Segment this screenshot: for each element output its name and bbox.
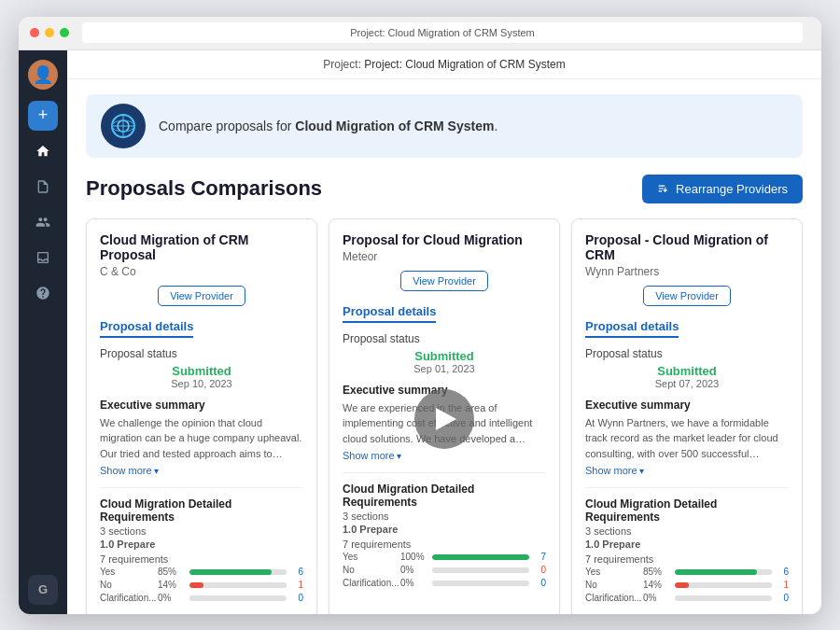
- req-requirements: 7 requirements: [343, 539, 546, 550]
- bar-track: [432, 554, 529, 560]
- card-title: Cloud Migration of CRM Proposal: [100, 232, 303, 262]
- minimize-dot[interactable]: [45, 28, 54, 37]
- address-bar: Project: Cloud Migration of CRM System: [82, 22, 803, 43]
- bar-track: [675, 582, 772, 588]
- exec-summary-text: We challenge the opinion that cloud migr…: [100, 415, 303, 462]
- show-more-link[interactable]: Show more: [343, 450, 401, 461]
- req-item-label: 1.0 Prepare: [343, 524, 546, 535]
- requirements-section: Cloud Migration Detailed Requirements 3 …: [585, 487, 789, 603]
- req-sections: 3 sections: [585, 525, 789, 537]
- proposal-card-1: Proposal for Cloud Migration Meteor View…: [329, 218, 560, 614]
- bar-fill: [189, 582, 203, 588]
- tab-title: Project: Cloud Migration of CRM System: [350, 27, 534, 38]
- rearrange-providers-button[interactable]: Rearrange Providers: [642, 175, 803, 203]
- close-dot[interactable]: [30, 28, 39, 37]
- bar-track: [189, 595, 287, 601]
- bar-track: [189, 582, 287, 588]
- help-icon[interactable]: [28, 278, 58, 308]
- status-date: Sept 07, 2023: [585, 378, 789, 389]
- bar-pct: 0%: [400, 565, 427, 575]
- card-title: Proposal for Cloud Migration: [343, 232, 546, 247]
- bar-track: [432, 581, 529, 586]
- people-icon[interactable]: [28, 207, 58, 237]
- bar-count: 1: [292, 580, 303, 590]
- bar-row: Clarification... 0% 0: [585, 593, 789, 603]
- bar-label: Yes: [100, 567, 152, 577]
- project-name: Project: Cloud Migration of CRM System: [364, 58, 565, 71]
- req-sections: 3 sections: [100, 525, 303, 537]
- home-icon[interactable]: [28, 136, 58, 166]
- inbox-icon[interactable]: [28, 243, 58, 273]
- bar-count: 0: [292, 593, 303, 603]
- card-company: C & Co: [100, 265, 303, 278]
- browser-tab-bar: Project: Cloud Migration of CRM System: [19, 17, 821, 50]
- bar-row: No 14% 1: [585, 580, 789, 590]
- bar-row: Yes 85% 6: [585, 567, 789, 577]
- bar-pct: 0%: [158, 593, 184, 603]
- bar-pct: 0%: [400, 578, 427, 588]
- view-provider-button[interactable]: View Provider: [400, 271, 488, 291]
- bar-pct: 0%: [643, 593, 669, 603]
- exec-summary-label: Executive summary: [585, 399, 789, 412]
- status-value: Submitted: [585, 364, 789, 378]
- bar-row: No 0% 0: [343, 565, 546, 575]
- bar-pct: 14%: [158, 580, 184, 590]
- bar-track: [189, 569, 287, 575]
- status-date: Sep 10, 2023: [100, 378, 303, 389]
- cards-row: Cloud Migration of CRM Proposal C & Co V…: [86, 218, 803, 614]
- video-play-button[interactable]: [414, 389, 474, 449]
- proposal-card-0: Cloud Migration of CRM Proposal C & Co V…: [86, 218, 317, 614]
- bar-row: Yes 100% 7: [343, 552, 546, 562]
- status-value: Submitted: [100, 364, 303, 378]
- bar-label: Yes: [585, 567, 637, 577]
- show-more-link[interactable]: Show more: [585, 465, 644, 476]
- play-icon: [436, 408, 456, 430]
- bar-count: 1: [777, 580, 789, 590]
- bar-count: 6: [777, 567, 789, 577]
- bar-fill: [432, 554, 529, 560]
- bar-label: Clarification...: [585, 593, 637, 603]
- add-button[interactable]: +: [28, 101, 58, 131]
- browser-window: Project: Cloud Migration of CRM System 👤…: [19, 17, 821, 614]
- bar-track: [675, 595, 772, 601]
- req-requirements: 7 requirements: [100, 553, 303, 565]
- view-provider-button[interactable]: View Provider: [158, 286, 245, 306]
- req-item-label: 1.0 Prepare: [100, 539, 303, 550]
- document-icon[interactable]: [28, 172, 58, 202]
- req-sections: 3 sections: [343, 511, 546, 522]
- bar-fill: [189, 569, 272, 575]
- sidebar: 👤 + G: [19, 50, 67, 614]
- show-more-link[interactable]: Show more: [100, 465, 159, 476]
- avatar[interactable]: 👤: [28, 60, 58, 90]
- status-value: Submitted: [343, 349, 546, 363]
- g-label[interactable]: G: [28, 575, 58, 605]
- bar-row: Yes 85% 6: [100, 567, 303, 577]
- bar-pct: 14%: [643, 580, 669, 590]
- bar-label: No: [585, 580, 637, 590]
- bar-count: 0: [535, 578, 546, 588]
- req-title: Cloud Migration Detailed Requirements: [585, 497, 789, 524]
- browser-body: 👤 + G Project: Project: Clo: [19, 50, 821, 614]
- proposal-status-label: Proposal status: [343, 332, 546, 345]
- bar-count: 0: [777, 593, 789, 603]
- bar-fill: [675, 582, 689, 588]
- page-title: Proposals Comparisons: [86, 176, 322, 201]
- bar-row: Clarification... 0% 0: [343, 578, 546, 588]
- page-area: Compare proposals for Cloud Migration of…: [67, 79, 821, 614]
- main-content: Project: Project: Cloud Migration of CRM…: [67, 50, 821, 614]
- bar-track: [432, 567, 529, 573]
- bar-label: No: [343, 565, 395, 575]
- maximize-dot[interactable]: [60, 28, 69, 37]
- header-banner-text: Compare proposals for Cloud Migration of…: [159, 119, 497, 133]
- view-provider-button[interactable]: View Provider: [643, 286, 731, 306]
- logo-circle: [101, 104, 146, 148]
- bar-row: No 14% 1: [100, 580, 303, 590]
- bar-pct: 85%: [643, 567, 669, 577]
- card-company: Wynn Partners: [585, 265, 789, 278]
- bar-pct: 100%: [400, 552, 427, 562]
- req-title: Cloud Migration Detailed Requirements: [100, 497, 303, 524]
- exec-summary-text: At Wynn Partners, we have a formidable t…: [585, 415, 789, 462]
- req-title: Cloud Migration Detailed Requirements: [343, 483, 546, 509]
- proposal-details-label: Proposal details: [100, 319, 193, 338]
- exec-summary-label: Executive summary: [100, 399, 303, 412]
